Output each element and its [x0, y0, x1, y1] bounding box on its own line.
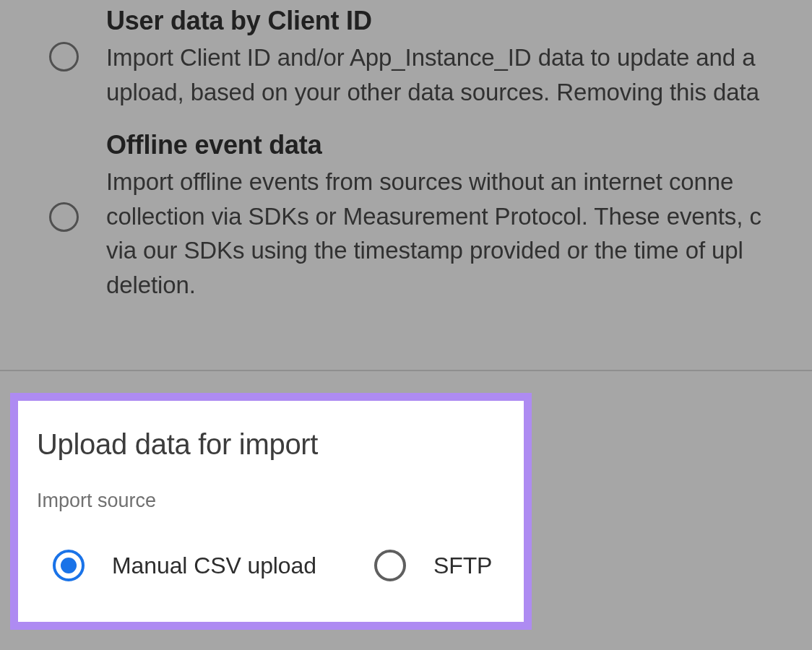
- radio-inner-dot-icon: [61, 558, 77, 573]
- radio-selected-icon[interactable]: [53, 550, 85, 581]
- option-text-block: User data by Client ID Import Client ID …: [106, 6, 759, 110]
- section-divider: [0, 370, 812, 371]
- option-offline-event-data[interactable]: Offline event data Import offline events…: [49, 130, 812, 303]
- import-source-label: Import source: [37, 490, 505, 512]
- option-label: SFTP: [433, 552, 492, 579]
- radio-icon[interactable]: [49, 42, 79, 72]
- card-title: Upload data for import: [37, 428, 505, 461]
- option-sftp[interactable]: SFTP: [374, 550, 492, 581]
- data-type-section: User data by Client ID Import Client ID …: [0, 0, 812, 370]
- option-title: Offline event data: [106, 130, 761, 160]
- option-desc-line: via our SDKs using the timestamp provide…: [106, 233, 761, 268]
- import-source-row: Manual CSV upload SFTP: [37, 550, 505, 581]
- option-title: User data by Client ID: [106, 6, 759, 36]
- option-desc-line: upload, based on your other data sources…: [106, 75, 759, 110]
- option-text-block: Offline event data Import offline events…: [106, 130, 761, 303]
- option-label: Manual CSV upload: [112, 552, 316, 579]
- option-desc-line: deletion.: [106, 268, 761, 303]
- option-desc-line: collection via SDKs or Measurement Proto…: [106, 199, 761, 234]
- radio-icon[interactable]: [49, 202, 79, 232]
- radio-icon[interactable]: [374, 550, 406, 581]
- option-user-data-client-id[interactable]: User data by Client ID Import Client ID …: [49, 0, 812, 110]
- upload-data-card: Upload data for import Import source Man…: [10, 393, 532, 630]
- option-desc-line: Import Client ID and/or App_Instance_ID …: [106, 40, 759, 75]
- option-manual-csv-upload[interactable]: Manual CSV upload: [37, 550, 316, 581]
- option-desc-line: Import offline events from sources witho…: [106, 165, 761, 199]
